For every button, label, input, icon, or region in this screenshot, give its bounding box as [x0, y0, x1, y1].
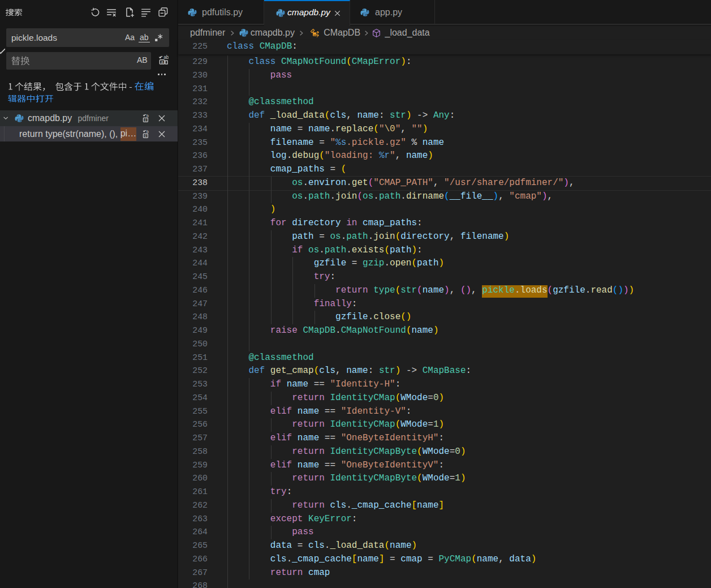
svg-text:a: a	[161, 59, 163, 65]
svg-text:ab: ab	[163, 54, 169, 60]
svg-text:b: b	[146, 130, 149, 134]
svg-text:c: c	[144, 118, 146, 122]
svg-text:b: b	[146, 114, 149, 118]
svg-text:c: c	[144, 134, 146, 138]
